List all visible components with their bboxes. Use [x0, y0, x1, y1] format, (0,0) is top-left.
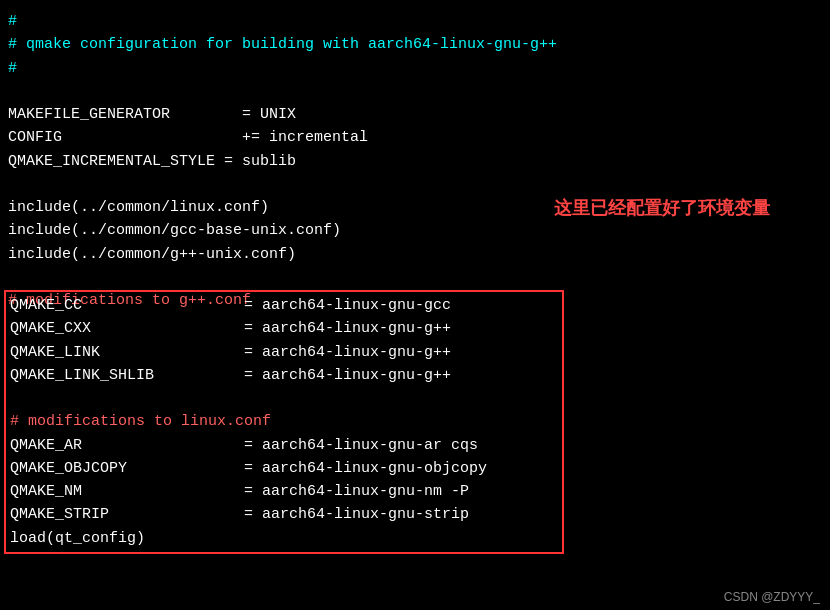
top-bar: #: [8, 10, 822, 33]
include-line-3: include(../common/g++-unix.conf): [8, 243, 822, 266]
config-line-1: MAKEFILE_GENERATOR = UNIX: [8, 103, 822, 126]
config-line-2: CONFIG += incremental: [8, 126, 822, 149]
blank1: [8, 80, 822, 103]
config-line-3: QMAKE_INCREMENTAL_STYLE = sublib: [8, 150, 822, 173]
s1-line-2: QMAKE_CXX = aarch64-linux-gnu-g++: [10, 317, 558, 340]
annotation-text: 这里已经配置好了环境变量: [554, 196, 770, 220]
watermark: CSDN @ZDYYY_: [724, 590, 820, 604]
blank3: [8, 266, 822, 289]
s2-line-2: QMAKE_OBJCOPY = aarch64-linux-gnu-objcop…: [10, 457, 558, 480]
header-comment2: #: [8, 57, 822, 80]
include-line-2: include(../common/gcc-base-unix.conf): [8, 219, 822, 242]
s2-line-1: QMAKE_AR = aarch64-linux-gnu-ar cqs: [10, 434, 558, 457]
header-comment: # qmake configuration for building with …: [8, 33, 822, 56]
s1-line-3: QMAKE_LINK = aarch64-linux-gnu-g++: [10, 341, 558, 364]
section2-comment: # modifications to linux.conf: [10, 410, 558, 433]
s2-line-3: QMAKE_NM = aarch64-linux-gnu-nm -P: [10, 480, 558, 503]
last-line: load(qt_config): [10, 527, 558, 550]
s2-line-4: QMAKE_STRIP = aarch64-linux-gnu-strip: [10, 503, 558, 526]
highlighted-box: QMAKE_CC = aarch64-linux-gnu-gcc QMAKE_C…: [4, 290, 564, 554]
blank4: [10, 387, 558, 410]
blank2: [8, 173, 822, 196]
s1-line-1: QMAKE_CC = aarch64-linux-gnu-gcc: [10, 294, 558, 317]
s1-line-4: QMAKE_LINK_SHLIB = aarch64-linux-gnu-g++: [10, 364, 558, 387]
code-container: # # qmake configuration for building wit…: [0, 0, 830, 322]
